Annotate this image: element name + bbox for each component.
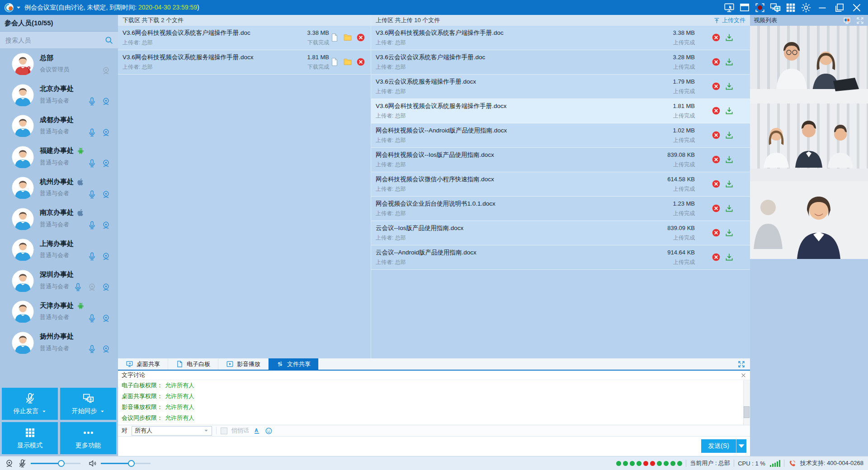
participant-row[interactable]: 北京办事处 普通与会者 bbox=[0, 80, 118, 111]
video-layout-icon[interactable] bbox=[843, 16, 851, 25]
search-input[interactable] bbox=[5, 36, 104, 44]
download-icon[interactable] bbox=[725, 253, 734, 262]
gear-icon[interactable] bbox=[799, 2, 813, 14]
expand-icon[interactable] bbox=[737, 360, 745, 368]
upload-file-row[interactable]: V3.6云会议系统服务端操作手册.docx 上传者: 总部 1.79 MB 上传… bbox=[371, 75, 750, 99]
delete-icon[interactable] bbox=[712, 253, 721, 262]
video-thumbnail-2[interactable] bbox=[750, 103, 868, 181]
monitor-cursor-icon[interactable] bbox=[722, 2, 736, 14]
webcam-icon[interactable] bbox=[101, 190, 111, 199]
upload-file-button[interactable]: 上传文件 bbox=[713, 16, 745, 24]
slider-thumb[interactable] bbox=[58, 460, 65, 467]
send-options-caret[interactable] bbox=[736, 439, 746, 453]
mic-icon[interactable] bbox=[87, 97, 97, 106]
window-icon[interactable] bbox=[738, 2, 751, 14]
tab-桌面共享[interactable]: 桌面共享 bbox=[118, 358, 168, 370]
download-icon[interactable] bbox=[725, 155, 734, 164]
download-icon[interactable] bbox=[725, 106, 734, 115]
sidebar-button-grid[interactable]: 显示模式 bbox=[2, 422, 58, 454]
folder-icon[interactable] bbox=[343, 57, 352, 66]
participant-row[interactable]: 总部 会议管理员 bbox=[0, 48, 118, 80]
font-icon[interactable]: A bbox=[253, 427, 261, 435]
maximize-button[interactable] bbox=[832, 2, 847, 14]
delete-icon[interactable] bbox=[712, 155, 721, 164]
tab-文件共享[interactable]: 文件共享 bbox=[269, 358, 319, 370]
participant-row[interactable]: 深圳办事处 普通与会者 bbox=[0, 265, 118, 296]
upload-file-row[interactable]: 网会科技视频会议--Ios版产品使用指南.docx 上传者: 总部 839.08… bbox=[371, 148, 750, 172]
expand-icon[interactable] bbox=[856, 16, 864, 25]
emoji-icon[interactable] bbox=[265, 427, 273, 435]
scrollbar-thumb[interactable] bbox=[744, 406, 750, 418]
download-icon[interactable] bbox=[725, 33, 734, 42]
whisper-checkbox[interactable] bbox=[221, 428, 227, 434]
delete-icon[interactable] bbox=[712, 57, 721, 66]
download-icon[interactable] bbox=[725, 82, 734, 91]
delete-icon[interactable] bbox=[712, 228, 721, 237]
participant-row[interactable]: 天津办事处 普通与会者 bbox=[0, 296, 118, 327]
mic-muted-icon[interactable] bbox=[18, 459, 27, 468]
slider-thumb[interactable] bbox=[128, 460, 135, 467]
upload-file-row[interactable]: 网会科技视频会议微信小程序快速指南.docx 上传者: 总部 614.58 KB… bbox=[371, 172, 750, 197]
participant-row[interactable]: 扬州办事处 普通与会者 bbox=[0, 327, 118, 358]
upload-file-row[interactable]: 云会议--Ios版产品使用指南.docx 上传者: 总部 839.09 KB 上… bbox=[371, 221, 750, 245]
webcam-icon[interactable] bbox=[101, 282, 111, 292]
page-icon[interactable] bbox=[330, 57, 339, 66]
tab-影音播放[interactable]: 影音播放 bbox=[218, 358, 269, 370]
mic-icon[interactable] bbox=[87, 252, 97, 261]
participant-row[interactable]: 成都办事处 普通与会者 bbox=[0, 110, 118, 141]
title-chevron-down-icon[interactable] bbox=[15, 5, 22, 11]
download-icon[interactable] bbox=[725, 57, 734, 66]
webcam-icon[interactable] bbox=[101, 252, 111, 261]
caret-down-icon[interactable] bbox=[100, 409, 105, 414]
sidebar-button-mic-off[interactable]: 停止发言 bbox=[2, 388, 58, 420]
webcam-icon[interactable] bbox=[5, 459, 14, 468]
delete-icon[interactable] bbox=[712, 33, 721, 42]
mic-volume-slider[interactable] bbox=[31, 460, 80, 467]
download-file-row[interactable]: V3.6网会科技视频会议系统服务端操作手册.docx 上传者: 总部 1.81 … bbox=[118, 50, 371, 75]
caret-down-icon[interactable] bbox=[42, 409, 47, 414]
chat-compose-area[interactable]: 发送(S) bbox=[118, 437, 750, 456]
mic-icon[interactable] bbox=[73, 282, 83, 292]
video-thumbnail-1[interactable] bbox=[750, 26, 868, 103]
download-file-row[interactable]: V3.6网会科技视频会议系统客户端操作手册.doc 上传者: 总部 3.38 M… bbox=[118, 26, 371, 50]
webcam-icon[interactable] bbox=[101, 314, 111, 323]
tab-电子白板[interactable]: 电子白板 bbox=[168, 358, 218, 370]
download-icon[interactable] bbox=[725, 204, 734, 213]
mic-icon[interactable] bbox=[87, 190, 97, 199]
recipient-select[interactable]: 所有人 bbox=[132, 426, 212, 436]
sync-screens-icon[interactable] bbox=[769, 2, 782, 14]
upload-file-row[interactable]: 网会科技视频会议--Android版产品使用指南.docx 上传者: 总部 1.… bbox=[371, 123, 750, 148]
mic-icon[interactable] bbox=[87, 159, 97, 168]
mic-icon[interactable] bbox=[87, 221, 97, 230]
upload-file-row[interactable]: V3.6云会议会议系统客户端操作手册.doc 上传者: 总部 3.28 MB 上… bbox=[371, 50, 750, 75]
webcam-icon[interactable] bbox=[87, 282, 97, 292]
upload-file-row[interactable]: 网会视频会议企业后台使用说明书1.0.1.docx 上传者: 总部 1.23 M… bbox=[371, 197, 750, 221]
minimize-button[interactable] bbox=[815, 2, 830, 14]
close-icon[interactable] bbox=[741, 372, 746, 378]
video-thumbnail-3[interactable] bbox=[750, 181, 868, 259]
mic-icon[interactable] bbox=[87, 128, 97, 137]
chat-scrollbar[interactable] bbox=[743, 380, 750, 425]
participant-row[interactable]: 福建办事处 普通与会者 bbox=[0, 141, 118, 173]
download-icon[interactable] bbox=[725, 228, 734, 237]
webcam-icon[interactable] bbox=[101, 221, 111, 230]
webcam-icon[interactable] bbox=[101, 159, 111, 168]
delete-icon[interactable] bbox=[712, 82, 721, 91]
page-icon[interactable] bbox=[330, 33, 339, 42]
speaker-icon[interactable] bbox=[88, 459, 97, 468]
sidebar-button-dots3[interactable]: 更多功能 bbox=[60, 422, 116, 454]
record-icon[interactable] bbox=[753, 2, 767, 14]
folder-icon[interactable] bbox=[343, 33, 352, 42]
download-icon[interactable] bbox=[725, 179, 734, 188]
delete-icon[interactable] bbox=[712, 179, 721, 188]
upload-file-row[interactable]: 云会议--Android版产品使用指南.docx 上传者: 总部 914.64 … bbox=[371, 245, 750, 270]
webcam-icon[interactable] bbox=[101, 128, 111, 137]
upload-file-row[interactable]: V3.6网会科技视频会议系统服务端操作手册.docx 上传者: 总部 1.81 … bbox=[371, 99, 750, 123]
participant-row[interactable]: 杭州办事处 普通与会者 bbox=[0, 172, 118, 203]
delete-icon[interactable] bbox=[356, 57, 365, 66]
delete-icon[interactable] bbox=[356, 33, 365, 42]
mic-icon[interactable] bbox=[87, 314, 97, 323]
participant-row[interactable]: 南京办事处 普通与会者 bbox=[0, 203, 118, 235]
webcam-icon[interactable] bbox=[101, 344, 111, 354]
download-icon[interactable] bbox=[725, 131, 734, 140]
